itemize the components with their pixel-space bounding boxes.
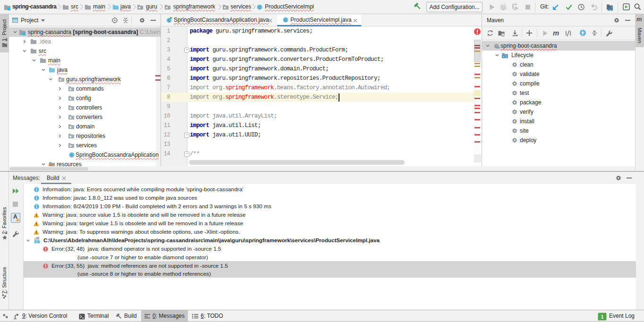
svg-text:C: C bbox=[168, 19, 170, 22]
svg-text:1: 1 bbox=[601, 314, 604, 320]
svg-text:J: J bbox=[36, 240, 37, 243]
svg-text:m: m bbox=[497, 45, 500, 50]
